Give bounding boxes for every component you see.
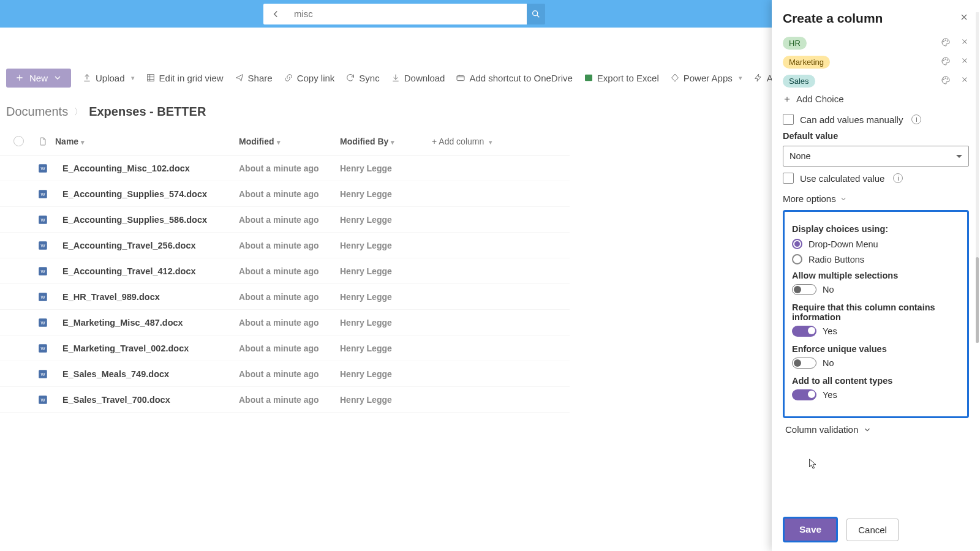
radio-buttons-radio[interactable] xyxy=(792,254,802,264)
svg-point-25 xyxy=(945,40,946,40)
choice-pill[interactable]: Marketing xyxy=(783,56,830,69)
remove-choice-button[interactable] xyxy=(960,37,969,50)
palette-icon[interactable] xyxy=(941,37,951,50)
enforce-unique-toggle[interactable] xyxy=(792,358,816,369)
info-icon[interactable]: i xyxy=(893,173,903,183)
info-icon[interactable]: i xyxy=(911,114,921,124)
default-value-dropdown[interactable]: None xyxy=(783,146,969,167)
palette-icon[interactable] xyxy=(941,56,951,69)
can-add-manually-label: Can add values manually xyxy=(800,114,903,125)
require-info-toggle[interactable] xyxy=(792,326,816,337)
add-choice-button[interactable]: Add Choice xyxy=(783,94,969,104)
svg-point-30 xyxy=(943,79,944,80)
choice-pill[interactable]: Sales xyxy=(783,75,815,88)
dropdown-radio[interactable] xyxy=(792,239,802,249)
svg-point-31 xyxy=(945,78,946,78)
display-choices-label: Display choices using: xyxy=(792,224,960,234)
can-add-manually-checkbox[interactable] xyxy=(783,114,794,125)
allow-multi-toggle[interactable] xyxy=(792,284,816,295)
panel-title: Create a column xyxy=(772,11,980,26)
create-column-panel: Create a column HR Marketing Sales Add C… xyxy=(772,0,980,413)
more-options-toggle[interactable]: More options xyxy=(783,193,969,204)
choice-pill[interactable]: HR xyxy=(783,37,807,50)
choice-row: HR xyxy=(783,37,969,50)
default-value-label: Default value xyxy=(783,131,969,141)
svg-point-29 xyxy=(947,59,948,60)
require-info-label: Require that this column contains inform… xyxy=(792,302,960,322)
remove-choice-button[interactable] xyxy=(960,56,969,69)
svg-point-28 xyxy=(945,59,946,59)
palette-icon[interactable] xyxy=(941,75,951,88)
allow-multi-label: Allow multiple selections xyxy=(792,271,960,280)
remove-choice-button[interactable] xyxy=(960,75,969,88)
svg-point-26 xyxy=(947,40,948,41)
use-calculated-label: Use calculated value xyxy=(800,173,884,184)
svg-point-32 xyxy=(947,78,948,79)
choice-row: Sales xyxy=(783,75,969,88)
choice-row: Marketing xyxy=(783,56,969,69)
use-calculated-checkbox[interactable] xyxy=(783,173,794,184)
add-all-types-label: Add to all content types xyxy=(792,376,960,386)
enforce-unique-label: Enforce unique values xyxy=(792,344,960,354)
more-options-box: Display choices using: Drop-Down Menu Ra… xyxy=(783,210,969,413)
svg-point-24 xyxy=(943,41,944,42)
panel-scrollbar-thumb[interactable] xyxy=(976,257,979,343)
add-all-types-toggle[interactable] xyxy=(792,389,816,400)
close-panel-button[interactable] xyxy=(959,12,969,24)
svg-point-27 xyxy=(943,60,944,61)
